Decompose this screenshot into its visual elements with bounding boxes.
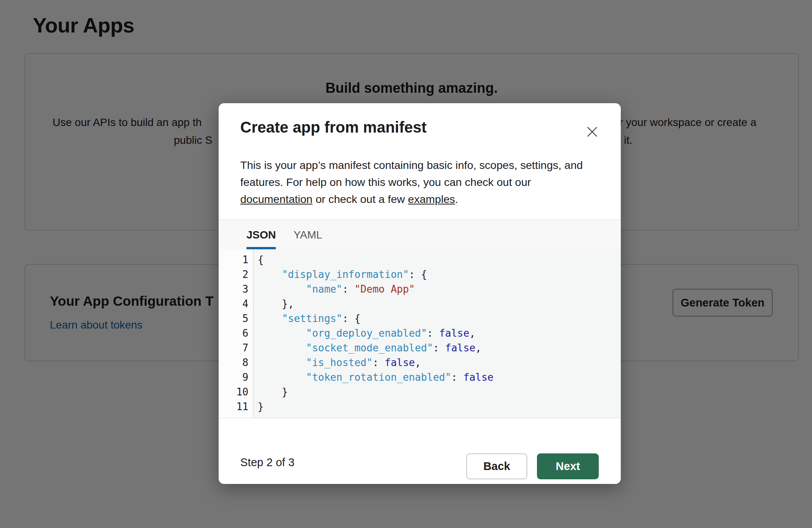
code-line: }, (258, 296, 621, 311)
screen: Your Apps Build something amazing. Use o… (0, 0, 812, 528)
code-token: false (439, 327, 469, 339)
code-line: { (258, 252, 621, 267)
line-number: 6 (219, 326, 253, 341)
description-text: . (455, 193, 458, 205)
line-number: 7 (219, 341, 253, 355)
code-token: false (463, 371, 493, 383)
line-number: 2 (219, 267, 253, 282)
code-token: : (342, 283, 354, 295)
code-token: { (258, 254, 264, 266)
code-token (258, 327, 306, 339)
code-token: }, (258, 298, 294, 310)
code-token: "Demo App" (354, 283, 415, 295)
code-token: , (476, 342, 482, 354)
code-token: "settings" (282, 313, 343, 324)
code-token: : (427, 327, 439, 339)
code-token: : { (342, 313, 360, 324)
code-content: { "display_information": { "name": "Demo… (258, 252, 621, 414)
next-button[interactable]: Next (537, 453, 599, 479)
code-line: "socket_mode_enabled": false, (258, 341, 621, 355)
code-token (258, 357, 306, 368)
modal-title: Create app from manifest (240, 119, 426, 136)
code-line: "settings": { (258, 311, 621, 326)
code-line: "token_rotation_enabled": false (258, 370, 621, 385)
back-button[interactable]: Back (466, 453, 527, 479)
code-token: : (372, 357, 384, 368)
code-token: "socket_mode_enabled" (306, 342, 433, 354)
code-token (258, 283, 306, 295)
step-indicator: Step 2 of 3 (240, 456, 294, 469)
code-token: } (258, 401, 264, 412)
code-token: "token_rotation_enabled" (306, 371, 451, 383)
description-text: or check out a few (313, 193, 408, 205)
code-line: "org_deploy_enabled": false, (258, 326, 621, 341)
code-line: } (258, 399, 621, 414)
tab-yaml[interactable]: YAML (294, 220, 322, 250)
code-token: } (258, 386, 288, 398)
code-token: "is_hosted" (306, 357, 372, 368)
code-line: "display_information": { (258, 267, 621, 282)
code-token: : (451, 371, 463, 383)
line-number: 5 (219, 311, 253, 326)
close-button[interactable] (585, 125, 599, 139)
code-token (258, 269, 282, 280)
code-token: false (385, 357, 415, 368)
code-token: , (469, 327, 476, 339)
code-token (258, 371, 306, 383)
documentation-link[interactable]: documentation (240, 193, 313, 205)
line-number: 9 (219, 370, 253, 385)
code-token: "org_deploy_enabled" (306, 327, 427, 339)
code-token: , (415, 357, 421, 368)
manifest-code-editor[interactable]: 1234567891011 { "display_information": {… (219, 249, 621, 418)
code-line: "is_hosted": false, (258, 355, 621, 370)
examples-link[interactable]: examples (408, 193, 455, 205)
code-line: } (258, 385, 621, 399)
create-app-from-manifest-modal: Create app from manifest This is your ap… (219, 103, 621, 484)
line-number: 10 (219, 385, 253, 399)
line-number: 3 (219, 282, 253, 296)
tab-json[interactable]: JSON (246, 220, 276, 250)
code-token: : (433, 342, 445, 354)
description-text: This is your app’s manifest containing b… (240, 159, 583, 188)
code-token: "display_information" (282, 269, 409, 280)
code-token (258, 342, 306, 354)
code-token: false (445, 342, 475, 354)
code-token: : { (409, 269, 427, 280)
modal-footer: Step 2 of 3 Back Next (219, 439, 621, 484)
manifest-panel: JSON YAML 1234567891011 { "display_infor… (219, 220, 621, 418)
modal-description: This is your app’s manifest containing b… (240, 157, 596, 208)
code-token (258, 313, 282, 324)
code-line: "name": "Demo App" (258, 282, 621, 296)
line-number: 1 (219, 252, 253, 267)
line-number: 4 (219, 296, 253, 311)
close-icon (585, 125, 599, 139)
line-number-gutter: 1234567891011 (219, 249, 253, 418)
tab-strip: JSON YAML (219, 220, 621, 249)
line-number: 8 (219, 355, 253, 370)
code-token: "name" (306, 283, 342, 295)
line-number: 11 (219, 399, 253, 414)
